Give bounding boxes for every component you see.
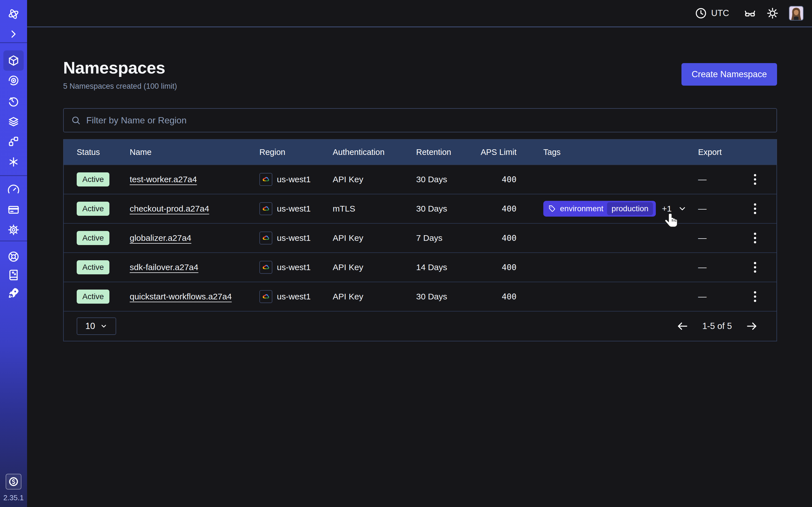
filter-input[interactable] — [86, 115, 769, 126]
book-icon — [7, 269, 20, 281]
workflow-icon — [7, 135, 20, 148]
sidebar-item-settings[interactable] — [3, 220, 24, 240]
sidebar-divider — [0, 175, 27, 176]
tag-icon — [548, 205, 556, 213]
col-status: Status — [64, 148, 127, 157]
page-size-select[interactable]: 10 — [77, 318, 116, 335]
main-content: Namespaces 5 Namespaces created (100 lim… — [27, 28, 812, 507]
namespace-link[interactable]: quickstart-workflows.a27a4 — [130, 292, 232, 301]
col-aps-limit: APS Limit — [480, 148, 516, 157]
namespace-link[interactable]: checkout-prod.a27a4 — [130, 204, 209, 213]
gcp-icon — [259, 202, 272, 215]
tag-value: production — [607, 202, 653, 215]
sidebar-item-billing[interactable] — [3, 200, 24, 220]
row-menu-button[interactable] — [751, 259, 759, 276]
credit-card-icon — [7, 203, 20, 216]
next-page-button[interactable] — [746, 320, 758, 332]
row-menu-button[interactable] — [751, 288, 759, 305]
auth-label: API Key — [331, 175, 414, 184]
row-menu-button[interactable] — [751, 230, 759, 246]
sidebar-item-namespaces[interactable] — [3, 50, 24, 71]
sidebar-item-eye[interactable] — [3, 70, 24, 91]
pricing-button[interactable] — [6, 474, 21, 490]
gcp-icon — [259, 173, 272, 186]
mouse-cursor — [663, 212, 680, 229]
eye-icon — [7, 74, 20, 87]
status-badge: Active — [77, 172, 109, 186]
avatar[interactable] — [789, 6, 804, 20]
col-tags: Tags — [516, 148, 691, 157]
namespace-link[interactable]: test-worker.a27a4 — [130, 175, 197, 184]
timezone-label: UTC — [711, 8, 729, 18]
status-badge: Active — [77, 260, 109, 274]
export-value: — — [691, 292, 733, 301]
table-header: Status Name Region Authentication Retent… — [64, 140, 776, 165]
sidebar-divider — [0, 42, 27, 43]
region-label: us-west1 — [277, 175, 311, 184]
export-value: — — [691, 263, 733, 272]
chevron-right-icon — [7, 28, 20, 40]
col-retention: Retention — [414, 148, 480, 157]
dollar-badge-icon — [8, 476, 19, 487]
aps-limit-value: 400 — [480, 292, 516, 301]
sidebar: 2.35.1 — [0, 0, 27, 507]
sidebar-item-usage[interactable] — [3, 179, 24, 200]
region-label: us-west1 — [277, 204, 311, 214]
export-value: — — [691, 175, 733, 184]
table-footer: 10 1-5 of 5 — [64, 311, 776, 341]
sidebar-item-getting-started[interactable] — [3, 283, 24, 303]
theme-toggle-button[interactable] — [766, 7, 779, 19]
sidebar-expand-button[interactable] — [3, 24, 24, 44]
region-label: us-west1 — [277, 233, 311, 243]
col-export: Export — [691, 148, 733, 157]
export-value: — — [691, 204, 733, 214]
retention-label: 30 Days — [414, 292, 480, 301]
asterisk-icon — [7, 156, 20, 168]
aps-limit-value: 400 — [480, 175, 516, 184]
search-icon — [71, 115, 81, 125]
region-label: us-west1 — [277, 263, 311, 272]
sidebar-item-layers[interactable] — [3, 112, 24, 132]
table-row: Active quickstart-workflows.a27a4 us-wes… — [64, 282, 776, 311]
sidebar-item-docs[interactable] — [3, 265, 24, 285]
timezone-button[interactable]: UTC — [695, 7, 729, 19]
table-row: Active sdk-failover.a27a4 us-west1 API K… — [64, 252, 776, 282]
sidebar-item-timer[interactable] — [3, 91, 24, 112]
sidebar-item-workflow[interactable] — [3, 131, 24, 152]
gcp-icon — [259, 290, 272, 303]
page-size-value: 10 — [86, 321, 95, 331]
namespace-count-label: 5 Namespaces created (100 limit) — [63, 82, 177, 91]
tag-chip[interactable]: environment production — [543, 201, 656, 217]
sidebar-item-support[interactable] — [3, 246, 24, 267]
sidebar-divider — [0, 240, 27, 241]
aps-limit-value: 400 — [480, 233, 516, 243]
topbar: UTC — [27, 0, 812, 27]
sidebar-item-asterisk[interactable] — [3, 152, 24, 172]
create-namespace-button[interactable]: Create Namespace — [681, 63, 777, 86]
labs-button[interactable] — [744, 7, 756, 19]
status-badge: Active — [77, 290, 109, 304]
glasses-icon — [744, 7, 756, 19]
row-menu-button[interactable] — [751, 171, 759, 187]
col-authentication: Authentication — [331, 148, 414, 157]
namespace-link[interactable]: sdk-failover.a27a4 — [130, 263, 199, 272]
tag-key: environment — [560, 204, 603, 213]
export-value: — — [691, 233, 733, 243]
auth-label: mTLS — [331, 204, 414, 214]
page-title: Namespaces — [63, 58, 177, 77]
gcp-icon — [259, 231, 272, 244]
arrow-right-icon — [746, 320, 758, 332]
row-menu-button[interactable] — [751, 201, 759, 217]
temporal-logo-icon[interactable] — [3, 4, 24, 24]
gear-icon — [7, 224, 20, 236]
timer-icon — [7, 95, 20, 108]
prev-page-button[interactable] — [676, 320, 689, 332]
retention-label: 14 Days — [414, 263, 480, 272]
retention-label: 30 Days — [414, 204, 480, 214]
user-photo — [790, 6, 803, 20]
arrow-left-icon — [676, 320, 689, 332]
status-badge: Active — [77, 231, 109, 245]
pagination-range: 1-5 of 5 — [702, 321, 732, 331]
namespace-link[interactable]: globalizer.a27a4 — [130, 233, 192, 242]
lifebuoy-icon — [7, 250, 20, 263]
